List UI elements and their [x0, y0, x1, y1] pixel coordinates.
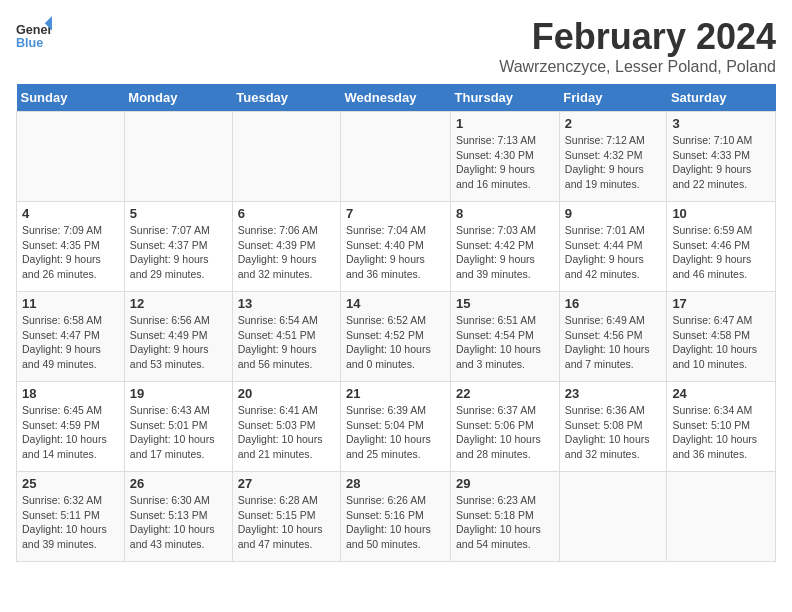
calendar-cell: 25Sunrise: 6:32 AM Sunset: 5:11 PM Dayli… [17, 472, 125, 562]
day-number: 2 [565, 116, 662, 131]
day-info: Sunrise: 7:03 AM Sunset: 4:42 PM Dayligh… [456, 223, 554, 282]
calendar-week-row: 4Sunrise: 7:09 AM Sunset: 4:35 PM Daylig… [17, 202, 776, 292]
day-number: 5 [130, 206, 227, 221]
day-number: 9 [565, 206, 662, 221]
day-info: Sunrise: 6:49 AM Sunset: 4:56 PM Dayligh… [565, 313, 662, 372]
calendar-week-row: 25Sunrise: 6:32 AM Sunset: 5:11 PM Dayli… [17, 472, 776, 562]
calendar-cell: 23Sunrise: 6:36 AM Sunset: 5:08 PM Dayli… [559, 382, 667, 472]
day-number: 1 [456, 116, 554, 131]
day-info: Sunrise: 7:01 AM Sunset: 4:44 PM Dayligh… [565, 223, 662, 282]
day-info: Sunrise: 6:39 AM Sunset: 5:04 PM Dayligh… [346, 403, 445, 462]
day-number: 19 [130, 386, 227, 401]
calendar-cell: 9Sunrise: 7:01 AM Sunset: 4:44 PM Daylig… [559, 202, 667, 292]
calendar-week-row: 1Sunrise: 7:13 AM Sunset: 4:30 PM Daylig… [17, 112, 776, 202]
day-number: 3 [672, 116, 770, 131]
day-info: Sunrise: 7:06 AM Sunset: 4:39 PM Dayligh… [238, 223, 335, 282]
day-info: Sunrise: 6:23 AM Sunset: 5:18 PM Dayligh… [456, 493, 554, 552]
day-number: 20 [238, 386, 335, 401]
day-number: 6 [238, 206, 335, 221]
calendar-cell: 26Sunrise: 6:30 AM Sunset: 5:13 PM Dayli… [124, 472, 232, 562]
weekday-header: Monday [124, 84, 232, 112]
calendar-cell [667, 472, 776, 562]
calendar-cell: 11Sunrise: 6:58 AM Sunset: 4:47 PM Dayli… [17, 292, 125, 382]
svg-text:Blue: Blue [16, 36, 43, 50]
day-info: Sunrise: 6:34 AM Sunset: 5:10 PM Dayligh… [672, 403, 770, 462]
calendar-cell: 6Sunrise: 7:06 AM Sunset: 4:39 PM Daylig… [232, 202, 340, 292]
day-info: Sunrise: 7:13 AM Sunset: 4:30 PM Dayligh… [456, 133, 554, 192]
day-info: Sunrise: 7:07 AM Sunset: 4:37 PM Dayligh… [130, 223, 227, 282]
day-info: Sunrise: 6:54 AM Sunset: 4:51 PM Dayligh… [238, 313, 335, 372]
weekday-header-row: SundayMondayTuesdayWednesdayThursdayFrid… [17, 84, 776, 112]
calendar-table: SundayMondayTuesdayWednesdayThursdayFrid… [16, 84, 776, 562]
day-info: Sunrise: 7:04 AM Sunset: 4:40 PM Dayligh… [346, 223, 445, 282]
day-number: 8 [456, 206, 554, 221]
day-number: 11 [22, 296, 119, 311]
calendar-cell: 1Sunrise: 7:13 AM Sunset: 4:30 PM Daylig… [451, 112, 560, 202]
day-number: 22 [456, 386, 554, 401]
day-number: 14 [346, 296, 445, 311]
calendar-cell: 12Sunrise: 6:56 AM Sunset: 4:49 PM Dayli… [124, 292, 232, 382]
calendar-cell: 7Sunrise: 7:04 AM Sunset: 4:40 PM Daylig… [341, 202, 451, 292]
day-number: 17 [672, 296, 770, 311]
day-number: 21 [346, 386, 445, 401]
day-number: 25 [22, 476, 119, 491]
day-number: 27 [238, 476, 335, 491]
weekday-header: Saturday [667, 84, 776, 112]
day-info: Sunrise: 6:52 AM Sunset: 4:52 PM Dayligh… [346, 313, 445, 372]
calendar-cell [17, 112, 125, 202]
day-number: 15 [456, 296, 554, 311]
calendar-cell [559, 472, 667, 562]
calendar-week-row: 18Sunrise: 6:45 AM Sunset: 4:59 PM Dayli… [17, 382, 776, 472]
calendar-cell: 20Sunrise: 6:41 AM Sunset: 5:03 PM Dayli… [232, 382, 340, 472]
day-number: 16 [565, 296, 662, 311]
day-info: Sunrise: 6:37 AM Sunset: 5:06 PM Dayligh… [456, 403, 554, 462]
day-info: Sunrise: 6:59 AM Sunset: 4:46 PM Dayligh… [672, 223, 770, 282]
day-number: 26 [130, 476, 227, 491]
calendar-week-row: 11Sunrise: 6:58 AM Sunset: 4:47 PM Dayli… [17, 292, 776, 382]
day-info: Sunrise: 6:43 AM Sunset: 5:01 PM Dayligh… [130, 403, 227, 462]
day-info: Sunrise: 6:30 AM Sunset: 5:13 PM Dayligh… [130, 493, 227, 552]
calendar-cell: 3Sunrise: 7:10 AM Sunset: 4:33 PM Daylig… [667, 112, 776, 202]
calendar-cell: 15Sunrise: 6:51 AM Sunset: 4:54 PM Dayli… [451, 292, 560, 382]
page-subtitle: Wawrzenczyce, Lesser Poland, Poland [499, 58, 776, 76]
calendar-cell: 29Sunrise: 6:23 AM Sunset: 5:18 PM Dayli… [451, 472, 560, 562]
calendar-cell: 16Sunrise: 6:49 AM Sunset: 4:56 PM Dayli… [559, 292, 667, 382]
day-info: Sunrise: 7:12 AM Sunset: 4:32 PM Dayligh… [565, 133, 662, 192]
day-info: Sunrise: 6:56 AM Sunset: 4:49 PM Dayligh… [130, 313, 227, 372]
day-info: Sunrise: 6:32 AM Sunset: 5:11 PM Dayligh… [22, 493, 119, 552]
weekday-header: Tuesday [232, 84, 340, 112]
calendar-cell: 28Sunrise: 6:26 AM Sunset: 5:16 PM Dayli… [341, 472, 451, 562]
day-info: Sunrise: 6:28 AM Sunset: 5:15 PM Dayligh… [238, 493, 335, 552]
day-number: 4 [22, 206, 119, 221]
day-number: 7 [346, 206, 445, 221]
page-title: February 2024 [499, 16, 776, 58]
day-info: Sunrise: 6:41 AM Sunset: 5:03 PM Dayligh… [238, 403, 335, 462]
day-info: Sunrise: 6:47 AM Sunset: 4:58 PM Dayligh… [672, 313, 770, 372]
page-header: General Blue February 2024 Wawrzenczyce,… [16, 16, 776, 76]
day-info: Sunrise: 6:58 AM Sunset: 4:47 PM Dayligh… [22, 313, 119, 372]
day-number: 10 [672, 206, 770, 221]
calendar-cell: 19Sunrise: 6:43 AM Sunset: 5:01 PM Dayli… [124, 382, 232, 472]
weekday-header: Sunday [17, 84, 125, 112]
calendar-cell: 13Sunrise: 6:54 AM Sunset: 4:51 PM Dayli… [232, 292, 340, 382]
day-info: Sunrise: 6:45 AM Sunset: 4:59 PM Dayligh… [22, 403, 119, 462]
day-number: 24 [672, 386, 770, 401]
calendar-cell: 2Sunrise: 7:12 AM Sunset: 4:32 PM Daylig… [559, 112, 667, 202]
day-info: Sunrise: 6:26 AM Sunset: 5:16 PM Dayligh… [346, 493, 445, 552]
day-number: 23 [565, 386, 662, 401]
calendar-cell: 17Sunrise: 6:47 AM Sunset: 4:58 PM Dayli… [667, 292, 776, 382]
day-info: Sunrise: 6:36 AM Sunset: 5:08 PM Dayligh… [565, 403, 662, 462]
calendar-cell: 14Sunrise: 6:52 AM Sunset: 4:52 PM Dayli… [341, 292, 451, 382]
calendar-cell [232, 112, 340, 202]
weekday-header: Thursday [451, 84, 560, 112]
calendar-cell [124, 112, 232, 202]
weekday-header: Friday [559, 84, 667, 112]
calendar-cell: 27Sunrise: 6:28 AM Sunset: 5:15 PM Dayli… [232, 472, 340, 562]
day-number: 28 [346, 476, 445, 491]
calendar-cell [341, 112, 451, 202]
day-info: Sunrise: 6:51 AM Sunset: 4:54 PM Dayligh… [456, 313, 554, 372]
calendar-cell: 24Sunrise: 6:34 AM Sunset: 5:10 PM Dayli… [667, 382, 776, 472]
title-section: February 2024 Wawrzenczyce, Lesser Polan… [499, 16, 776, 76]
day-number: 29 [456, 476, 554, 491]
logo-icon: General Blue [16, 16, 52, 52]
